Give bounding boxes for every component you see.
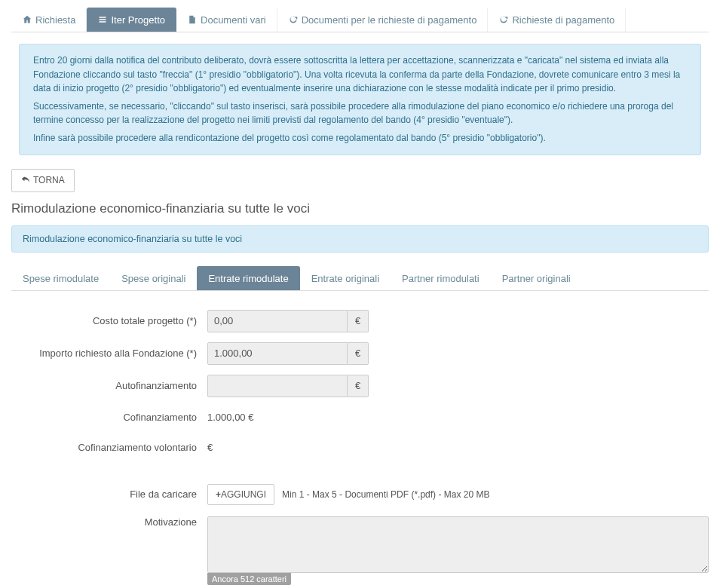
currency-addon: € — [348, 342, 369, 365]
refresh-icon — [499, 15, 508, 26]
main-nav-tabs: Richiesta Iter Progetto Documenti vari D… — [11, 8, 709, 32]
char-counter: Ancora 512 caratteri — [207, 573, 291, 585]
alert-paragraph: Successivamente, se necessario, "cliccan… — [33, 100, 687, 127]
cofin-vol-label: Cofinanziamento volontario — [11, 442, 207, 453]
subtab-spese-rimodulate[interactable]: Spese rimodulate — [11, 266, 110, 290]
row-costo-totale: Costo totale progetto (*) € — [11, 310, 709, 332]
tab-label: Richieste di pagamento — [512, 14, 614, 26]
info-alert: Entro 20 giorni dalla notifica del contr… — [19, 44, 701, 155]
importo-label: Importo richiesto alla Fondazione (*) — [11, 348, 207, 359]
importo-input[interactable] — [207, 342, 348, 365]
refresh-icon — [289, 15, 298, 26]
file-icon — [188, 15, 197, 26]
list-icon — [98, 15, 107, 26]
autofin-label: Autofinanziamento — [11, 380, 207, 391]
row-cofinanziamento: Cofinanziamento 1.000,00 € — [11, 407, 709, 427]
tab-label: Documenti per le richieste di pagamento — [302, 14, 477, 26]
costo-input[interactable] — [207, 310, 348, 332]
subtab-spese-originali[interactable]: Spese originali — [110, 266, 197, 290]
subtab-partner-originali[interactable]: Partner originali — [491, 266, 582, 290]
subtab-partner-rimodulati[interactable]: Partner rimodulati — [391, 266, 491, 290]
motivazione-label: Motivazione — [11, 516, 207, 528]
alert-paragraph: Entro 20 giorni dalla notifica del contr… — [33, 54, 687, 96]
back-button[interactable]: TORNA — [11, 169, 75, 192]
cofin-value: 1.000,00 € — [207, 407, 253, 427]
row-autofinanziamento: Autofinanziamento € — [11, 375, 709, 397]
costo-label: Costo totale progetto (*) — [11, 315, 207, 326]
subtab-entrate-originali[interactable]: Entrate originali — [300, 266, 391, 290]
tab-iter-progetto[interactable]: Iter Progetto — [87, 8, 176, 32]
autofin-input[interactable] — [207, 375, 348, 397]
tab-label: Richiesta — [35, 14, 75, 26]
tab-label: Iter Progetto — [111, 14, 165, 26]
home-icon — [23, 15, 32, 26]
reply-arrow-icon — [21, 175, 30, 186]
currency-addon: € — [348, 310, 369, 332]
subtab-entrate-rimodulate[interactable]: Entrate rimodulate — [197, 266, 299, 290]
add-file-button[interactable]: +AGGIUNGI — [207, 484, 274, 505]
alert-paragraph: Infine sarà possibile procedere alla ren… — [33, 131, 687, 145]
row-file-da-caricare: File da caricare +AGGIUNGI Min 1 - Max 5… — [11, 484, 709, 505]
back-button-label: TORNA — [33, 175, 65, 185]
add-file-label: AGGIUNGI — [221, 489, 266, 500]
currency-addon: € — [348, 375, 369, 397]
row-importo-richiesto: Importo richiesto alla Fondazione (*) € — [11, 342, 709, 365]
tab-label: Documenti vari — [201, 14, 266, 26]
motivazione-textarea[interactable] — [207, 516, 709, 573]
tab-richieste-pagamento[interactable]: Richieste di pagamento — [488, 8, 626, 32]
cofin-vol-value: € — [207, 437, 213, 458]
file-hint: Min 1 - Max 5 - Documenti PDF (*.pdf) - … — [282, 489, 489, 500]
plus-icon: + — [216, 489, 221, 500]
cofin-label: Cofinanziamento — [11, 412, 207, 423]
row-motivazione: Motivazione Ancora 512 caratteri — [11, 516, 709, 585]
file-label: File da caricare — [11, 488, 207, 500]
row-cofinanziamento-volontario: Cofinanziamento volontario € — [11, 437, 709, 458]
tab-richiesta[interactable]: Richiesta — [11, 8, 87, 32]
section-title: Rimodulazione economico-finanziaria su t… — [11, 201, 709, 216]
panel-heading: Rimodulazione economico-finanziaria su t… — [11, 225, 709, 253]
subtabs: Spese rimodulate Spese originali Entrate… — [11, 266, 709, 291]
tab-documenti-vari[interactable]: Documenti vari — [176, 8, 277, 32]
tab-documenti-pagamento[interactable]: Documenti per le richieste di pagamento — [277, 8, 489, 32]
